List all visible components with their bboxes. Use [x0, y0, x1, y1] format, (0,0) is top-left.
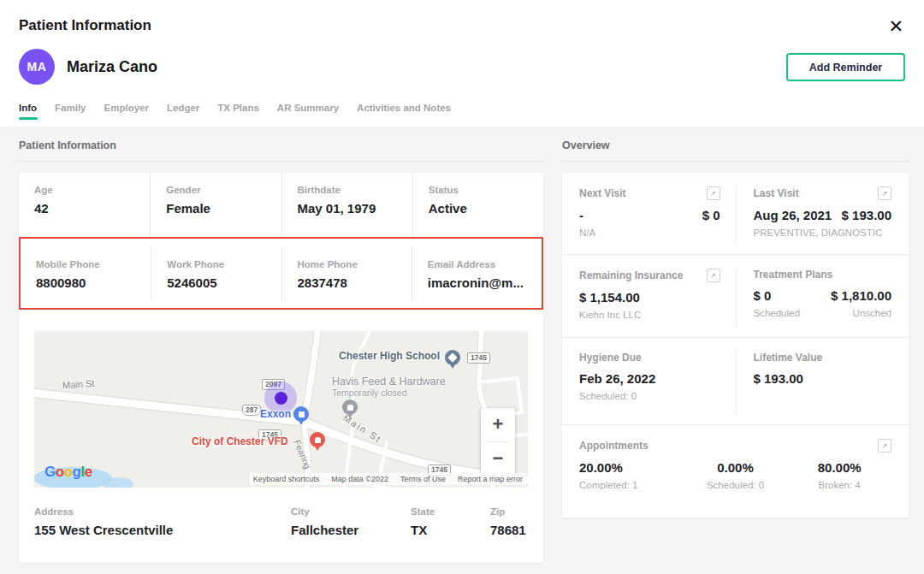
external-link-icon[interactable]: ↗: [878, 186, 891, 200]
google-logo[interactable]: Google: [44, 464, 92, 481]
home-phone-field: Home Phone 2837478: [281, 247, 412, 300]
poi-havis-feed-status: Temporarily closed: [332, 388, 407, 398]
hygiene-due-label: Hygiene Due: [579, 352, 642, 364]
map-zoom-control: + −: [481, 408, 515, 475]
tab-tx-plans[interactable]: TX Plans: [217, 103, 259, 120]
appointments-completed-sub: Completed: 1: [579, 480, 684, 490]
avatar: MA: [19, 49, 55, 85]
poi-havis-feed: Havis Feed & Hardware: [332, 376, 446, 388]
tab-info[interactable]: Info: [19, 103, 37, 120]
map-zoom-out-button[interactable]: −: [481, 442, 515, 476]
patient-info-section-title: Patient Information: [19, 139, 543, 151]
status-value: Active: [429, 201, 536, 216]
next-visit-cell: Next Visit ↗ - $ 0 N/A: [579, 186, 736, 244]
treatment-plans-unscheduled-amount: $ 1,810.00: [831, 288, 891, 303]
last-visit-amount: $ 193.00: [842, 208, 891, 222]
treatment-plans-label: Treatment Plans: [754, 269, 833, 281]
appointments-broken-sub: Broken: 4: [787, 480, 891, 490]
page-title: Patient Information: [19, 17, 151, 34]
school-pin-icon: [445, 350, 460, 370]
map-attribution: Keyboard shortcuts Map data ©2022 Terms …: [250, 473, 526, 485]
external-link-icon[interactable]: ↗: [878, 439, 891, 453]
birthdate-value: May 01, 1979: [298, 201, 406, 216]
remaining-insurance-amount: $ 1,154.00: [579, 290, 640, 305]
terms-of-use-link[interactable]: Terms of Use: [400, 475, 446, 483]
route-shield-1745-top: 1745: [467, 352, 490, 364]
appointments-scheduled: 0.00% Scheduled: 0: [684, 460, 788, 490]
city-label: City: [291, 506, 411, 517]
tab-activities-and-notes[interactable]: Activities and Notes: [357, 103, 451, 120]
appointments-row: Appointments ↗ 20.00% Completed: 1 0.00%…: [562, 425, 909, 518]
tab-family[interactable]: Family: [55, 103, 86, 120]
fire-dept-pin-icon: [310, 432, 325, 453]
email-value: imacronin@m...: [428, 275, 535, 290]
insurance-treatment-row: Remaining Insurance ↗ $ 1,154.00 Kiehn I…: [562, 255, 909, 338]
appointments-completed: 20.00% Completed: 1: [579, 460, 684, 490]
email-field: Email Address imacronin@m...: [412, 247, 542, 300]
last-visit-date: Aug 26, 2021: [754, 208, 832, 222]
work-phone-label: Work Phone: [167, 259, 274, 269]
age-field: Age 42: [19, 173, 150, 237]
contact-row: Mobile Phone 8800980 Work Phone 5246005 …: [21, 239, 542, 308]
tab-bar: Info Family Employer Ledger TX Plans AR …: [19, 103, 451, 120]
next-visit-date: -: [579, 208, 583, 222]
google-map[interactable]: Main St Main St Fearing 2097 287 1745 17…: [34, 331, 528, 488]
google-letter: o: [64, 464, 73, 480]
status-field: Status Active: [412, 173, 543, 237]
email-label: Email Address: [428, 259, 535, 269]
state-field: State TX: [411, 506, 490, 563]
remaining-insurance-sub: Kiehn Inc LLC: [579, 310, 641, 320]
divider: [562, 161, 909, 162]
gas-station-pin-icon: [293, 406, 309, 427]
appointments-label: Appointments: [579, 440, 649, 452]
gender-label: Gender: [166, 185, 274, 195]
lifetime-value-cell: Lifetime Value $ 193.00: [736, 352, 892, 414]
keyboard-shortcuts-link[interactable]: Keyboard shortcuts: [253, 475, 320, 483]
external-link-icon[interactable]: ↗: [707, 186, 720, 200]
city-value: Fallchester: [291, 523, 411, 537]
zip-field: Zip 78681: [490, 506, 543, 563]
hygiene-lifetime-row: Hygiene Due Feb 26, 2022 Scheduled: 0 Li…: [562, 338, 909, 425]
tab-employer[interactable]: Employer: [104, 103, 149, 120]
appointments-completed-pct: 20.00%: [579, 460, 684, 475]
store-pin-icon: [342, 399, 358, 420]
appointments-scheduled-pct: 0.00%: [684, 460, 788, 475]
modal-header: Patient Information ✕ MA Mariza Cano Add…: [0, 0, 924, 127]
divider: [19, 161, 543, 162]
hygiene-due-sub: Scheduled: 0: [579, 391, 637, 401]
next-visit-amount: $ 0: [702, 208, 720, 222]
city-field: City Fallchester: [291, 506, 411, 563]
patient-info-column: Patient Information Age 42 Gender Female…: [19, 127, 543, 563]
mobile-phone-value: 8800980: [36, 275, 144, 290]
patient-name: Mariza Cano: [67, 58, 157, 76]
gender-value: Female: [166, 201, 274, 216]
map-data-text: Map data ©2022: [331, 475, 388, 483]
last-visit-cell: Last Visit ↗ Aug 26, 2021 $ 193.00 PREVE…: [736, 186, 892, 244]
home-phone-label: Home Phone: [298, 259, 405, 269]
remaining-insurance-label: Remaining Insurance: [579, 269, 683, 281]
zip-label: Zip: [490, 506, 543, 517]
overview-section-title: Overview: [562, 139, 909, 151]
add-reminder-button[interactable]: Add Reminder: [786, 53, 905, 81]
external-link-icon[interactable]: ↗: [707, 269, 720, 282]
tab-ledger[interactable]: Ledger: [167, 103, 199, 120]
close-icon[interactable]: ✕: [888, 15, 903, 38]
poi-city-of-chester-vfd: City of Chester VFD: [192, 435, 288, 447]
birthdate-label: Birthdate: [298, 185, 406, 195]
tab-ar-summary[interactable]: AR Summary: [277, 103, 339, 120]
home-phone-value: 2837478: [298, 275, 405, 290]
hygiene-due-date: Feb 26, 2022: [579, 371, 655, 386]
report-map-error-link[interactable]: Report a map error: [458, 475, 523, 483]
map-zoom-in-button[interactable]: +: [481, 408, 515, 441]
overview-column: Overview Next Visit ↗ - $ 0 N/A Last Vis…: [562, 127, 909, 518]
address-row: Address 155 West Crescentville City Fall…: [19, 488, 543, 563]
overview-card: Next Visit ↗ - $ 0 N/A Last Visit ↗ Aug …: [562, 173, 909, 518]
work-phone-value: 5246005: [167, 275, 274, 290]
treatment-plans-scheduled-sub: Scheduled: [754, 308, 800, 318]
gender-field: Gender Female: [150, 173, 281, 237]
visits-row: Next Visit ↗ - $ 0 N/A Last Visit ↗ Aug …: [562, 173, 909, 255]
lifetime-value-label: Lifetime Value: [754, 352, 823, 364]
age-value: 42: [34, 201, 143, 216]
google-letter: o: [56, 464, 64, 480]
mobile-phone-field: Mobile Phone 8800980: [21, 247, 151, 300]
